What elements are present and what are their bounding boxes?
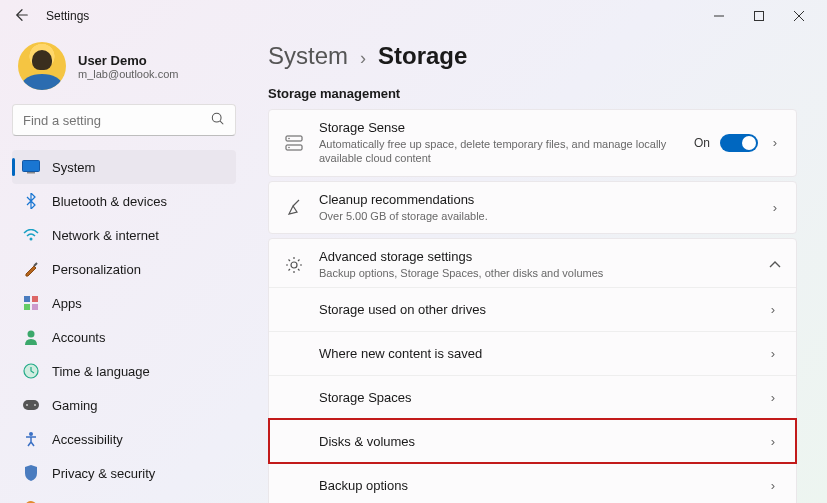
svg-line-5 bbox=[220, 121, 223, 124]
svg-rect-12 bbox=[32, 304, 38, 310]
svg-point-16 bbox=[26, 404, 28, 406]
svg-point-22 bbox=[288, 147, 289, 148]
svg-point-18 bbox=[29, 432, 33, 436]
clock-icon bbox=[22, 362, 40, 380]
svg-point-17 bbox=[34, 404, 36, 406]
page-title: Storage bbox=[378, 42, 467, 70]
sidebar-item-personalization[interactable]: Personalization bbox=[12, 252, 236, 286]
svg-rect-11 bbox=[24, 304, 30, 310]
advanced-storage-card[interactable]: Advanced storage settings Backup options… bbox=[268, 238, 797, 291]
breadcrumb-parent[interactable]: System bbox=[268, 42, 348, 70]
sidebar-item-label: Gaming bbox=[52, 398, 98, 413]
svg-rect-1 bbox=[755, 12, 764, 21]
storage-sense-toggle[interactable] bbox=[720, 134, 758, 152]
sub-item-label: Storage used on other drives bbox=[319, 302, 766, 317]
svg-rect-7 bbox=[27, 172, 35, 174]
chevron-up-icon bbox=[768, 257, 782, 272]
card-title: Advanced storage settings bbox=[319, 249, 754, 264]
maximize-icon bbox=[754, 11, 764, 21]
advanced-sublist: Storage used on other drives › Where new… bbox=[268, 287, 797, 503]
broom-icon bbox=[283, 198, 305, 216]
sidebar-item-label: System bbox=[52, 160, 95, 175]
sidebar-item-time-language[interactable]: Time & language bbox=[12, 354, 236, 388]
wifi-icon bbox=[22, 226, 40, 244]
search-icon bbox=[211, 112, 225, 129]
person-icon bbox=[22, 328, 40, 346]
disks-volumes-item[interactable]: Disks & volumes › bbox=[269, 419, 796, 463]
sidebar-item-accounts[interactable]: Accounts bbox=[12, 320, 236, 354]
chevron-right-icon: › bbox=[766, 478, 780, 493]
window-title: Settings bbox=[46, 9, 89, 23]
sidebar: User Demo m_lab@outlook.com System Bluet… bbox=[0, 32, 248, 503]
apps-icon bbox=[22, 294, 40, 312]
shield-icon bbox=[22, 464, 40, 482]
user-block[interactable]: User Demo m_lab@outlook.com bbox=[12, 36, 236, 104]
sidebar-item-label: Privacy & security bbox=[52, 466, 155, 481]
sidebar-item-bluetooth[interactable]: Bluetooth & devices bbox=[12, 184, 236, 218]
chevron-right-icon: › bbox=[766, 302, 780, 317]
section-label: Storage management bbox=[268, 86, 797, 101]
sidebar-item-label: Apps bbox=[52, 296, 82, 311]
chevron-right-icon: › bbox=[768, 200, 782, 215]
titlebar: Settings bbox=[0, 0, 827, 32]
close-icon bbox=[794, 11, 804, 21]
sidebar-item-label: Bluetooth & devices bbox=[52, 194, 167, 209]
search-input[interactable] bbox=[23, 113, 211, 128]
card-description: Over 5.00 GB of storage available. bbox=[319, 209, 754, 223]
maximize-button[interactable] bbox=[739, 2, 779, 30]
svg-point-4 bbox=[212, 113, 221, 122]
chevron-right-icon: › bbox=[766, 346, 780, 361]
brush-icon bbox=[22, 260, 40, 278]
storage-spaces-item[interactable]: Storage Spaces › bbox=[269, 375, 796, 419]
sub-item-label: Disks & volumes bbox=[319, 434, 766, 449]
sidebar-item-label: Windows Update bbox=[52, 500, 150, 504]
sidebar-item-gaming[interactable]: Gaming bbox=[12, 388, 236, 422]
storage-other-drives-item[interactable]: Storage used on other drives › bbox=[269, 287, 796, 331]
sidebar-item-label: Accounts bbox=[52, 330, 105, 345]
sidebar-item-label: Time & language bbox=[52, 364, 150, 379]
minimize-button[interactable] bbox=[699, 2, 739, 30]
accessibility-icon bbox=[22, 430, 40, 448]
svg-point-13 bbox=[28, 331, 35, 338]
system-icon bbox=[22, 158, 40, 176]
sidebar-item-apps[interactable]: Apps bbox=[12, 286, 236, 320]
chevron-right-icon: › bbox=[768, 135, 782, 150]
svg-rect-15 bbox=[23, 400, 39, 410]
sub-item-label: Backup options bbox=[319, 478, 766, 493]
card-description: Backup options, Storage Spaces, other di… bbox=[319, 266, 754, 280]
svg-point-21 bbox=[288, 138, 289, 139]
chevron-right-icon: › bbox=[766, 434, 780, 449]
card-description: Automatically free up space, delete temp… bbox=[319, 137, 680, 166]
where-new-content-item[interactable]: Where new content is saved › bbox=[269, 331, 796, 375]
back-button[interactable] bbox=[8, 8, 36, 25]
avatar bbox=[18, 42, 66, 90]
minimize-icon bbox=[714, 11, 724, 21]
arrow-left-icon bbox=[15, 8, 29, 22]
close-window-button[interactable] bbox=[779, 2, 819, 30]
search-box[interactable] bbox=[12, 104, 236, 136]
card-title: Storage Sense bbox=[319, 120, 680, 135]
cleanup-recommendations-card[interactable]: Cleanup recommendations Over 5.00 GB of … bbox=[268, 181, 797, 234]
toggle-state-label: On bbox=[694, 136, 710, 150]
svg-rect-9 bbox=[24, 296, 30, 302]
sub-item-label: Storage Spaces bbox=[319, 390, 766, 405]
card-title: Cleanup recommendations bbox=[319, 192, 754, 207]
svg-rect-10 bbox=[32, 296, 38, 302]
storage-sense-card[interactable]: Storage Sense Automatically free up spac… bbox=[268, 109, 797, 177]
nav-list: System Bluetooth & devices Network & int… bbox=[12, 150, 236, 503]
sidebar-item-privacy[interactable]: Privacy & security bbox=[12, 456, 236, 490]
sidebar-item-update[interactable]: Windows Update bbox=[12, 490, 236, 503]
bluetooth-icon bbox=[22, 192, 40, 210]
svg-point-8 bbox=[30, 238, 33, 241]
backup-options-item[interactable]: Backup options › bbox=[269, 463, 796, 503]
sub-item-label: Where new content is saved bbox=[319, 346, 766, 361]
storage-sense-icon bbox=[283, 134, 305, 152]
sidebar-item-network[interactable]: Network & internet bbox=[12, 218, 236, 252]
game-icon bbox=[22, 396, 40, 414]
sidebar-item-label: Personalization bbox=[52, 262, 141, 277]
sidebar-item-accessibility[interactable]: Accessibility bbox=[12, 422, 236, 456]
sidebar-item-system[interactable]: System bbox=[12, 150, 236, 184]
svg-rect-6 bbox=[23, 161, 40, 172]
svg-point-23 bbox=[291, 262, 297, 268]
user-email: m_lab@outlook.com bbox=[78, 68, 178, 80]
